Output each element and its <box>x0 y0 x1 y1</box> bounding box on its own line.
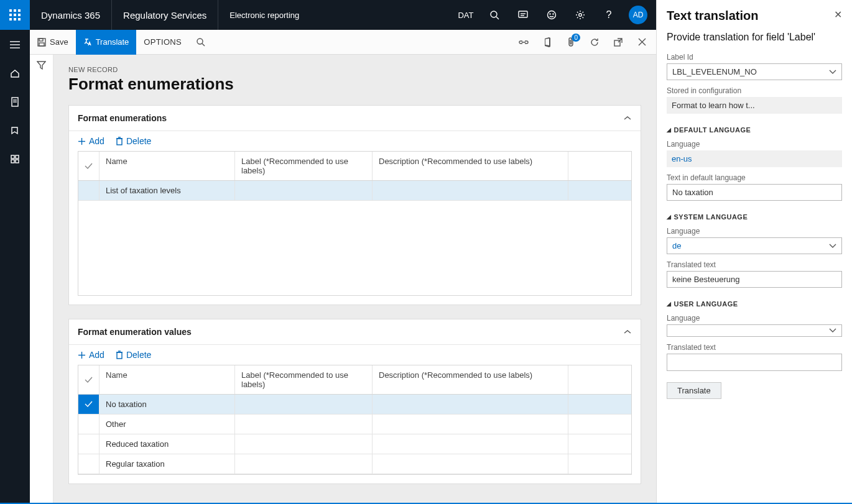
section2-header[interactable]: Format enumeration values <box>69 319 641 345</box>
col-name[interactable]: Name <box>100 152 235 180</box>
svg-point-9 <box>491 11 497 17</box>
section2-delete-button[interactable]: Delete <box>116 350 151 360</box>
translate-label: Translate <box>96 37 129 47</box>
grid-values: Name Label (*Recommended to use labels) … <box>78 365 632 475</box>
section-enumeration-values: Format enumeration values Add <box>68 319 641 484</box>
translate-button[interactable]: Translate <box>76 30 137 55</box>
app-launcher[interactable] <box>0 0 30 30</box>
cell-desc[interactable] <box>373 415 568 434</box>
workspaces-icon[interactable] <box>0 148 30 170</box>
table-row[interactable]: No taxation <box>78 395 631 415</box>
row-selector[interactable] <box>78 434 100 454</box>
select-all-checkbox[interactable] <box>78 365 100 394</box>
section1-header[interactable]: Format enumerations <box>69 106 641 131</box>
cell-name[interactable]: Reduced taxation <box>100 434 235 454</box>
svg-point-17 <box>579 14 582 17</box>
cell-label[interactable] <box>235 415 373 434</box>
row-selector[interactable] <box>78 395 100 414</box>
hamburger-icon[interactable] <box>0 34 30 56</box>
svg-rect-2 <box>18 9 21 12</box>
chevron-up-icon <box>623 329 632 335</box>
user-avatar[interactable]: AD <box>629 6 647 24</box>
row-selector[interactable] <box>78 181 100 200</box>
row-selector[interactable] <box>78 415 100 434</box>
favorites-icon[interactable] <box>0 119 30 142</box>
company-picker[interactable]: DAT <box>452 0 479 30</box>
section2-add-button[interactable]: Add <box>78 350 104 360</box>
home-icon[interactable] <box>0 62 30 85</box>
user-lang-select[interactable] <box>667 324 842 337</box>
filter-pane-toggle[interactable] <box>30 55 53 503</box>
cell-name[interactable]: List of taxation levels <box>100 181 235 200</box>
page-title: Format enumerations <box>68 75 641 94</box>
area[interactable]: Regulatory Services <box>112 0 218 30</box>
brand[interactable]: Dynamics 365 <box>30 0 112 30</box>
select-all-checkbox[interactable] <box>78 152 100 180</box>
col-label[interactable]: Label (*Recommended to use labels) <box>235 365 373 394</box>
attachments-icon[interactable]: 0 <box>559 30 583 55</box>
labelid-select[interactable]: LBL_LEVELENUM_NO <box>667 63 842 80</box>
cell-label[interactable] <box>235 181 373 200</box>
svg-rect-43 <box>117 352 122 359</box>
messages-icon[interactable] <box>509 0 537 30</box>
search-icon[interactable] <box>481 0 508 30</box>
cell-label[interactable] <box>235 434 373 454</box>
table-row[interactable]: List of taxation levels <box>78 181 631 201</box>
link-icon[interactable] <box>512 30 535 55</box>
recent-icon[interactable] <box>0 91 30 113</box>
col-name[interactable]: Name <box>100 365 235 394</box>
actionbar-search-icon[interactable] <box>189 37 213 47</box>
default-lang-value[interactable]: en-us <box>667 150 842 167</box>
add-label: Add <box>89 136 104 146</box>
table-row[interactable]: Other <box>78 415 631 434</box>
default-text-input[interactable]: No taxation <box>667 184 842 201</box>
user-text-input[interactable] <box>667 354 842 371</box>
close-icon[interactable] <box>630 30 654 55</box>
svg-rect-1 <box>14 9 16 12</box>
section-format-enumerations: Format enumerations Add Dele <box>68 105 641 305</box>
svg-rect-38 <box>117 139 122 145</box>
module[interactable]: Electronic reporting <box>218 0 310 30</box>
section1-title: Format enumerations <box>78 113 167 123</box>
cell-name[interactable]: Other <box>100 415 235 434</box>
table-row[interactable]: Reduced taxation <box>78 434 631 454</box>
row-selector[interactable] <box>78 454 100 474</box>
save-button[interactable]: Save <box>30 30 76 55</box>
system-text-input[interactable]: keine Besteuerung <box>667 271 842 288</box>
col-desc[interactable]: Description (*Recommended to use labels) <box>373 365 568 394</box>
help-icon[interactable]: ? <box>595 0 623 30</box>
cell-name[interactable]: Regular taxation <box>100 454 235 474</box>
popout-icon[interactable] <box>606 30 630 55</box>
user-lang-section[interactable]: ◢USER LANGUAGE <box>667 300 842 308</box>
cell-label[interactable] <box>235 395 373 414</box>
default-lang-section[interactable]: ◢DEFAULT LANGUAGE <box>667 126 842 134</box>
system-lang-select[interactable]: de <box>667 237 842 254</box>
translate-action-button[interactable]: Translate <box>667 382 721 399</box>
options-button[interactable]: OPTIONS <box>136 30 189 55</box>
delete-label: Delete <box>126 350 151 360</box>
section1-add-button[interactable]: Add <box>78 136 104 146</box>
table-row[interactable]: Regular taxation <box>78 454 631 474</box>
svg-rect-7 <box>14 18 16 21</box>
cell-desc[interactable] <box>373 434 568 454</box>
panel-title: Text translation <box>667 9 842 23</box>
attachments-badge: 0 <box>572 34 580 42</box>
cell-name[interactable]: No taxation <box>100 395 235 414</box>
panel-close-icon[interactable]: ✕ <box>834 9 842 21</box>
content-area: NEW RECORD Format enumerations Format en… <box>53 55 656 503</box>
col-label[interactable]: Label (*Recommended to use labels) <box>235 152 373 180</box>
svg-rect-24 <box>11 155 14 158</box>
cell-desc[interactable] <box>373 181 568 200</box>
feedback-icon[interactable] <box>538 0 565 30</box>
system-lang-section[interactable]: ◢SYSTEM LANGUAGE <box>667 213 842 221</box>
cell-desc[interactable] <box>373 454 568 474</box>
cell-label[interactable] <box>235 454 373 474</box>
settings-icon[interactable] <box>567 0 594 30</box>
refresh-icon[interactable] <box>583 30 606 55</box>
cell-desc[interactable] <box>373 395 568 414</box>
office-icon[interactable] <box>535 30 559 55</box>
svg-point-14 <box>548 11 556 19</box>
svg-rect-0 <box>9 9 12 12</box>
col-desc[interactable]: Description (*Recommended to use labels) <box>373 152 568 180</box>
section1-delete-button[interactable]: Delete <box>116 136 151 146</box>
